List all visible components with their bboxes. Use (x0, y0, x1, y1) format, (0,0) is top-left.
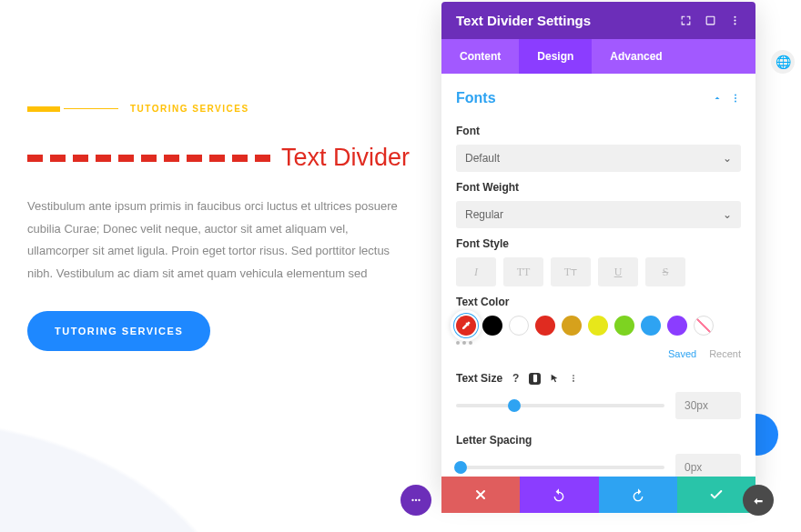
color-picker-button[interactable] (456, 316, 476, 336)
redo-button[interactable] (599, 477, 677, 513)
panel-header[interactable]: Text Divider Settings (441, 2, 755, 39)
divider-title: Text Divider (281, 144, 410, 172)
svg-point-4 (735, 97, 736, 99)
select-caret-icon: ⌄ (723, 208, 732, 221)
svg-point-0 (734, 16, 735, 18)
expand-icon[interactable] (680, 15, 692, 26)
more-colors-icon[interactable] (456, 341, 741, 345)
svg-rect-6 (533, 375, 537, 382)
tab-advanced[interactable]: Advanced (592, 39, 680, 74)
style-label: Font Style (456, 237, 741, 250)
accent-bar (27, 106, 60, 112)
undo-button[interactable] (520, 477, 598, 513)
page-subheading: TUTORING SERVICES (130, 104, 249, 114)
svg-point-10 (411, 499, 413, 501)
text-size-label: Text Size (456, 372, 502, 385)
weight-select[interactable]: Regular ⌄ (456, 201, 741, 228)
uppercase-button[interactable]: TT (503, 257, 543, 286)
font-style-buttons: I TT Tᴛ U S (456, 257, 741, 286)
fab-menu-button[interactable] (400, 485, 431, 516)
svg-point-12 (418, 499, 420, 501)
color-swatch-green[interactable] (614, 316, 634, 336)
cta-button[interactable]: TUTORING SERVICES (27, 311, 210, 351)
italic-button[interactable]: I (456, 257, 496, 286)
accent-line (64, 108, 118, 109)
letter-spacing-label: Letter Spacing (456, 434, 741, 447)
svg-point-3 (735, 95, 736, 96)
chevron-up-icon[interactable] (712, 93, 723, 104)
color-swatch-yellow[interactable] (588, 316, 608, 336)
text-size-input[interactable] (675, 392, 741, 419)
color-tabs: Saved Recent (456, 348, 741, 359)
text-color-label: Text Color (456, 296, 741, 308)
panel-body: Fonts Font Default ⌄ Font Weight Regular… (441, 74, 755, 492)
svg-point-7 (573, 375, 574, 376)
svg-point-11 (415, 499, 417, 501)
color-swatch-none[interactable] (694, 316, 714, 336)
color-swatch-amber[interactable] (562, 316, 582, 336)
strike-button[interactable]: S (645, 257, 685, 286)
panel-tabs: Content Design Advanced (441, 39, 755, 74)
panel-header-icons (680, 15, 741, 26)
font-label: Font (456, 125, 741, 137)
panel-footer (441, 477, 755, 513)
page-content: TUTORING SERVICES Text Divider Vestibulu… (27, 100, 410, 351)
settings-panel: Text Divider Settings Content Design Adv… (441, 2, 755, 492)
select-caret-icon: ⌄ (723, 152, 732, 165)
letter-spacing-slider-thumb[interactable] (454, 461, 467, 474)
letter-spacing-slider[interactable] (456, 466, 664, 469)
color-swatch-red[interactable] (535, 316, 555, 336)
font-select[interactable]: Default ⌄ (456, 145, 741, 172)
color-tab-saved[interactable]: Saved (668, 348, 696, 359)
color-swatch-black[interactable] (482, 316, 502, 336)
weight-label: Font Weight (456, 181, 741, 194)
tab-content[interactable]: Content (441, 39, 519, 74)
globe-icon[interactable]: 🌐 (771, 50, 795, 74)
phone-icon[interactable] (529, 373, 541, 385)
text-divider-module[interactable]: Text Divider (27, 144, 410, 172)
underline-button[interactable]: U (598, 257, 638, 286)
color-swatch-white[interactable] (509, 316, 529, 336)
svg-point-2 (734, 23, 735, 25)
font-value: Default (465, 152, 500, 165)
text-size-slider-thumb[interactable] (508, 399, 521, 412)
smallcaps-button[interactable]: Tᴛ (551, 257, 591, 286)
tablet-icon[interactable] (705, 15, 716, 26)
fonts-section-title: Fonts (456, 90, 496, 106)
body-paragraph: Vestibulum ante ipsum primis in faucibus… (27, 196, 410, 286)
divider-dashes (27, 155, 270, 162)
color-swatch-purple[interactable] (667, 316, 687, 336)
svg-point-1 (734, 19, 735, 21)
svg-point-8 (573, 377, 574, 379)
help-icon[interactable]: ? (510, 373, 522, 385)
cta-label: TUTORING SERVICES (55, 326, 183, 336)
fab-collapse-button[interactable] (743, 485, 774, 516)
kebab-icon[interactable] (567, 373, 579, 385)
text-size-control (456, 392, 741, 419)
cursor-icon[interactable] (548, 373, 560, 385)
panel-title: Text Divider Settings (456, 13, 591, 28)
svg-point-9 (573, 380, 574, 382)
weight-value: Regular (465, 208, 503, 221)
kebab-icon[interactable] (730, 93, 741, 104)
subheading-row: TUTORING SERVICES (27, 100, 410, 116)
color-swatch-blue[interactable] (641, 316, 661, 336)
color-tab-recent[interactable]: Recent (709, 348, 741, 359)
cancel-button[interactable] (441, 477, 520, 513)
text-size-row: Text Size ? (456, 372, 741, 385)
fonts-section-header[interactable]: Fonts (456, 81, 741, 115)
text-size-slider[interactable] (456, 404, 664, 407)
eyedropper-icon (461, 320, 471, 331)
tab-design[interactable]: Design (519, 39, 592, 74)
svg-point-5 (735, 101, 736, 103)
text-color-swatches (456, 316, 741, 336)
kebab-icon[interactable] (729, 15, 741, 26)
